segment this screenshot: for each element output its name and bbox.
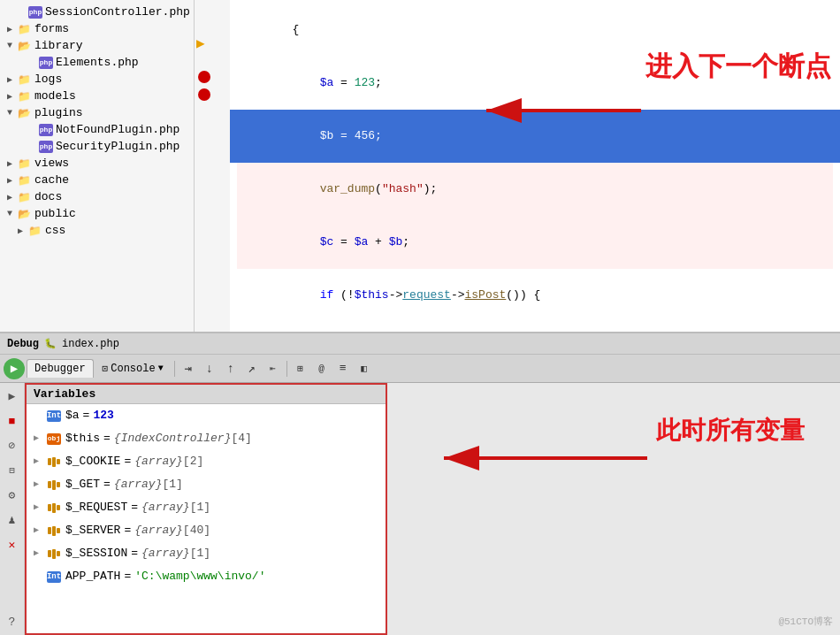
tree-arrow: ▶	[7, 74, 18, 85]
tree-item-plugins[interactable]: ▼ 📂 plugins	[0, 104, 194, 121]
var-item-apppath[interactable]: Int APP_PATH = 'C:\wamp\www\invo/'	[27, 565, 386, 588]
tree-arrow: ▼	[7, 41, 18, 50]
tree-item-forms[interactable]: ▶ 📁 forms	[0, 20, 194, 37]
var-expand-arrow: ▶	[34, 429, 46, 448]
tree-item-models[interactable]: ▶ 📁 models	[0, 88, 194, 104]
watches-btn[interactable]: ⊞	[291, 359, 310, 379]
console-icon: ⊡	[103, 363, 109, 374]
var-equals: =	[124, 452, 131, 471]
step-out-btn[interactable]: ↑	[221, 359, 241, 379]
tree-item-docs[interactable]: ▶ 📁 docs	[0, 188, 194, 205]
tree-label: NotFoundPlugin.php	[56, 123, 179, 136]
annotation-text-bottom: 此时所有变量	[656, 417, 805, 444]
var-equals: =	[131, 498, 138, 517]
var-item-session[interactable]: ▶ $_SESSION = {array} [1]	[27, 542, 386, 565]
var-icon-arr	[46, 478, 62, 491]
var-item-server[interactable]: ▶ $_SERVER = {array} [40]	[27, 519, 386, 542]
var-value: 123	[93, 406, 113, 425]
watermark: @51CTO博客	[778, 615, 833, 628]
annotation-arrow-bottom	[431, 432, 652, 485]
var-name: $_REQUEST	[65, 498, 127, 517]
tree-item-cache[interactable]: ▶ 📁 cache	[0, 172, 194, 188]
tree-item-elements[interactable]: php Elements.php	[0, 54, 194, 71]
tree-arrow: ▼	[7, 209, 18, 218]
var-item-cookie[interactable]: ▶ $_COOKIE = {array} [2]	[27, 450, 386, 473]
folder-icon: 📁	[28, 225, 42, 237]
var-expand-arrow: ▶	[34, 544, 46, 563]
side-icon-close[interactable]: ✕	[3, 535, 22, 555]
var-equals: =	[131, 544, 138, 563]
var-item-get[interactable]: ▶ $_GET = {array} [1]	[27, 473, 386, 496]
var-count: [40]	[183, 521, 210, 540]
folder-icon: 📂	[18, 107, 32, 119]
tree-item-public[interactable]: ▼ 📂 public	[0, 205, 194, 222]
var-type: {array}	[134, 452, 183, 471]
side-icon-stop[interactable]: ■	[3, 411, 22, 431]
var-count: [1]	[190, 544, 210, 563]
code-gutter: ▶	[195, 0, 230, 332]
side-icon-help[interactable]: ?	[3, 612, 22, 631]
tab-console-label: Console	[111, 363, 155, 375]
side-icon-user[interactable]: ♟	[3, 510, 22, 530]
var-equals: =	[124, 567, 131, 586]
var-count: [1]	[190, 498, 210, 517]
tree-label: library	[34, 39, 83, 52]
var-name: $_SERVER	[65, 521, 120, 540]
var-name: $a	[65, 406, 80, 425]
tree-label: models	[34, 89, 76, 103]
var-item-request[interactable]: ▶ $_REQUEST = {array} [1]	[27, 496, 386, 519]
var-type: {array}	[134, 521, 183, 540]
var-equals: =	[103, 475, 111, 494]
variables-panel: Variables Int $a = 123 ▶ obj $this = {In…	[25, 383, 387, 635]
at-btn[interactable]: @	[312, 359, 332, 379]
tree-item-securityplugin[interactable]: php SecurityPlugin.php	[0, 138, 194, 155]
tree-item-views[interactable]: ▶ 📁 views	[0, 155, 194, 172]
run-cursor-btn[interactable]: ↗	[242, 359, 262, 379]
folder-icon: 📁	[18, 23, 32, 35]
php-icon: php	[28, 6, 42, 19]
var-expand-arrow: ▶	[34, 475, 46, 494]
tab-console[interactable]: ⊡ Console ▼	[95, 360, 171, 378]
tree-arrow: ▶	[7, 91, 18, 102]
var-icon-obj: obj	[46, 432, 62, 445]
folder-icon: 📂	[18, 208, 32, 220]
tab-debugger[interactable]: Debugger	[27, 359, 94, 378]
code-line-error: var_dump("hash");	[237, 163, 833, 216]
debug-icon: 🐛	[44, 338, 57, 349]
tree-item-library[interactable]: ▼ 📂 library	[0, 37, 194, 54]
debug-label: Debug	[7, 338, 39, 350]
frames-btn[interactable]: ≡	[333, 359, 353, 379]
side-icon-variables[interactable]: ⊟	[3, 461, 22, 480]
var-type: {array}	[141, 544, 190, 563]
layout-btn[interactable]: ◧	[355, 359, 374, 379]
var-type: {array}	[114, 475, 163, 494]
code-line: $a = 123;	[237, 57, 833, 110]
debug-side-icons: ▶ ■ ⊘ ⊟ ⚙ ♟ ✕ ?	[0, 383, 25, 635]
tab-debugger-label: Debugger	[34, 363, 86, 375]
side-icon-settings[interactable]: ⚙	[3, 486, 22, 505]
var-icon-arr	[46, 455, 62, 468]
debug-file: index.php	[62, 338, 119, 350]
code-line: if (!$this->request->isPost()) {	[237, 269, 833, 322]
step-into-btn[interactable]: ↓	[200, 359, 219, 379]
var-item-a[interactable]: Int $a = 123	[27, 404, 386, 427]
folder-icon: 📂	[18, 40, 32, 52]
step-over-btn[interactable]: ⇥	[179, 359, 198, 379]
var-count: [4]	[231, 429, 251, 448]
tree-item-notfoundplugin[interactable]: php NotFoundPlugin.php	[0, 121, 194, 138]
tree-item-css[interactable]: ▶ 📁 css	[0, 222, 194, 239]
pause-btn[interactable]: ⇤	[263, 359, 283, 379]
var-expand-arrow: ▶	[34, 498, 46, 517]
side-icon-run[interactable]: ▶	[3, 386, 22, 406]
side-icon-breakpoints[interactable]: ⊘	[3, 436, 22, 455]
tree-label: docs	[34, 190, 62, 203]
php-icon: php	[39, 124, 53, 136]
tree-item-sessioncontroller[interactable]: php SessionController.php	[0, 4, 194, 20]
tree-label: SessionController.php	[45, 5, 190, 19]
tree-label: cache	[34, 173, 69, 187]
code-line: $this->flash->notice('This is a sample a…	[237, 322, 833, 332]
play-button[interactable]: ▶	[4, 358, 25, 379]
current-line-arrow: ▶	[196, 35, 205, 53]
tree-item-logs[interactable]: ▶ 📁 logs	[0, 71, 194, 88]
var-item-this[interactable]: ▶ obj $this = {IndexController} [4]	[27, 427, 386, 450]
